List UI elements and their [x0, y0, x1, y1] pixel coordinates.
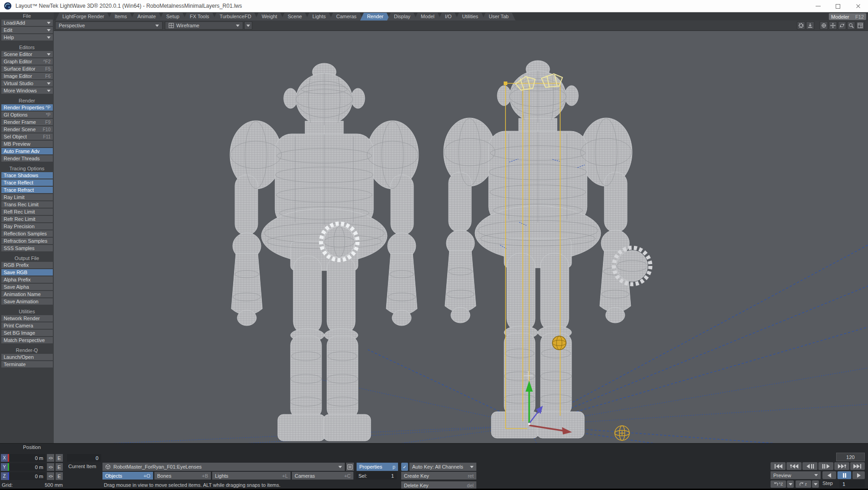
sidebar-item-more-windows[interactable]: More Windows [1, 87, 53, 94]
sidebar-item-ray-limit[interactable]: Ray Limit [1, 194, 53, 200]
gold-coin-item[interactable] [552, 336, 566, 350]
sidebar-item-network-render[interactable]: Network Render [1, 315, 53, 322]
sidebar-item-save-alpha[interactable]: Save Alpha [1, 284, 53, 290]
preview-dropdown[interactable]: Preview [771, 471, 821, 479]
properties-button[interactable]: Properties p [357, 463, 398, 471]
sidebar-item-set-bg-image[interactable]: Set BG Image [1, 330, 53, 336]
envelope-y-button[interactable]: E [56, 463, 63, 471]
sidebar-item-animation-name[interactable]: Animation Name [1, 291, 53, 297]
play-reverse-button[interactable] [822, 471, 836, 479]
viewport-import-button[interactable] [806, 21, 814, 30]
sidebar-item-trace-reflect[interactable]: Trace Reflect [1, 179, 53, 186]
undo-button[interactable]: ^Z [771, 480, 786, 488]
tab-scene[interactable]: Scene [281, 13, 309, 20]
prev-key-button[interactable] [786, 462, 802, 470]
sidebar-item-sss-samples[interactable]: SSS Samples [1, 245, 53, 251]
sidebar-item-mb-preview[interactable]: MB Preview [1, 141, 53, 147]
viewport-center-button[interactable] [820, 21, 828, 30]
tab-cameras[interactable]: Cameras [329, 13, 363, 20]
sidebar-item-render-scene[interactable]: Render SceneF10 [1, 126, 53, 133]
sidebar-item-terminate[interactable]: Terminate [1, 361, 53, 368]
end-frame-field[interactable]: 120 [836, 453, 865, 461]
sidebar-item-edit[interactable]: Edit [1, 27, 53, 33]
tab-utilities[interactable]: Utilities [455, 13, 485, 20]
go-start-button[interactable] [771, 462, 786, 470]
sidebar-item-render-threads[interactable]: Render Threads [1, 155, 53, 162]
sidebar-item-scene-editor[interactable]: Scene Editor [1, 51, 53, 57]
current-item-dropdown[interactable]: RobotMaster_ForRyan_F01:EyeLenses [102, 463, 345, 471]
viewport-canvas[interactable] [54, 31, 868, 443]
autokey-checkbox[interactable]: ✓ [401, 463, 408, 471]
render-mode-dropdown[interactable]: Wireframe [165, 21, 243, 30]
autokey-dropdown[interactable]: Auto Key: All Channels [409, 463, 476, 471]
window-minimize-button[interactable] [808, 0, 828, 12]
sidebar-item-sel-object[interactable]: Sel ObjectF11 [1, 133, 53, 140]
view-type-dropdown[interactable]: Perspective [55, 21, 163, 30]
pause-button[interactable] [837, 471, 851, 479]
sidebar-item-help[interactable]: Help [1, 34, 53, 41]
sidebar-item-save-rgb[interactable]: Save RGB [1, 269, 53, 276]
next-frame-button[interactable] [818, 462, 833, 470]
tab-animate[interactable]: Animate [131, 13, 163, 20]
sidebar-item-trace-shadows[interactable]: Trace Shadows [1, 172, 53, 179]
sidebar-item-image-editor[interactable]: Image EditorF6 [1, 73, 53, 79]
prev-frame-button[interactable] [802, 462, 817, 470]
tab-turbulencefd[interactable]: TurbulenceFD [213, 13, 258, 20]
sidebar-item-trans-rec-limit[interactable]: Trans Rec Limit [1, 201, 53, 208]
tab-io[interactable]: I/O [438, 13, 459, 20]
window-close-button[interactable] [848, 0, 868, 12]
window-maximize-button[interactable] [828, 0, 848, 12]
envelope-z-button[interactable]: E [56, 472, 63, 480]
position-y-field[interactable]: 0 m [9, 463, 46, 471]
sidebar-item-match-perspective[interactable]: Match Perspective [1, 337, 53, 343]
sidebar-item-refr-rec-limit[interactable]: Refr Rec Limit [1, 216, 53, 222]
light-gizmo-sphere[interactable] [615, 426, 629, 440]
sidebar-item-print-camera[interactable]: Print Camera [1, 322, 53, 329]
sidebar-item-reflection-samples[interactable]: Reflection Samples [1, 230, 53, 237]
sidebar-item-auto-frame-adv[interactable]: Auto Frame Adv [1, 148, 53, 154]
nudge-x-button[interactable]: <> [47, 454, 54, 462]
mode-objects-button[interactable]: Objects+O [102, 472, 153, 480]
envelope-x-button[interactable]: E [56, 454, 63, 462]
redo-menu-button[interactable] [812, 480, 819, 488]
sidebar-item-save-animation[interactable]: Save Animation [1, 298, 53, 305]
sidebar-item-launch-open[interactable]: Launch/Open [1, 354, 53, 360]
sidebar-item-load-add[interactable]: Load/Add [1, 20, 53, 26]
tab-user-tab[interactable]: User Tab [482, 13, 516, 20]
tab-lightforge-render[interactable]: LightForge Render [56, 13, 111, 20]
sidebar-item-rgb-prefix[interactable]: RGB Prefix [1, 262, 53, 268]
tab-fx-tools[interactable]: FX Tools [183, 13, 216, 20]
mode-lights-button[interactable]: Lights+L [212, 472, 291, 480]
redo-button[interactable]: z [796, 480, 811, 488]
viewport-rotate-button[interactable] [838, 21, 846, 30]
nudge-z-button[interactable]: <> [47, 472, 54, 480]
undo-menu-button[interactable] [787, 480, 794, 488]
viewport-layout-button[interactable] [856, 21, 864, 30]
sidebar-item-trace-refract[interactable]: Trace Refract [1, 187, 53, 193]
position-x-field[interactable]: 0 m [9, 454, 46, 462]
current-frame-field[interactable]: 0 [67, 454, 101, 462]
item-list-button[interactable] [346, 463, 354, 471]
sidebar-item-render-properties[interactable]: Render Properties^P [1, 104, 53, 111]
sidebar-item-refl-rec-limit[interactable]: Refl Rec Limit [1, 209, 53, 215]
position-z-field[interactable]: 0 m [9, 472, 46, 480]
tab-setup[interactable]: Setup [159, 13, 186, 20]
sidebar-item-virtual-studio[interactable]: Virtual Studio [1, 80, 53, 87]
tab-model[interactable]: Model [414, 13, 441, 20]
viewport-pan-button[interactable] [829, 21, 837, 30]
tab-display[interactable]: Display [387, 13, 417, 20]
mode-cameras-button[interactable]: Cameras+C [292, 472, 353, 480]
viewport-zoom-button[interactable] [847, 21, 855, 30]
sidebar-item-graph-editor[interactable]: Graph Editor^F2 [1, 58, 53, 65]
viewport-settings-button[interactable] [797, 21, 805, 30]
viewport-options-dropdown[interactable] [244, 21, 252, 30]
play-button[interactable] [853, 471, 865, 479]
tab-lights[interactable]: Lights [306, 13, 332, 20]
create-key-button[interactable]: Create Keyret [401, 472, 476, 480]
tab-items[interactable]: Items [108, 13, 134, 20]
sidebar-item-ray-precision[interactable]: Ray Precision [1, 223, 53, 230]
tab-weight[interactable]: Weight [255, 13, 284, 20]
sidebar-item-alpha-prefix[interactable]: Alpha Prefix [1, 276, 53, 283]
sidebar-item-render-frame[interactable]: Render FrameF9 [1, 119, 53, 125]
modeler-button[interactable]: Modeler F12 [829, 13, 866, 20]
